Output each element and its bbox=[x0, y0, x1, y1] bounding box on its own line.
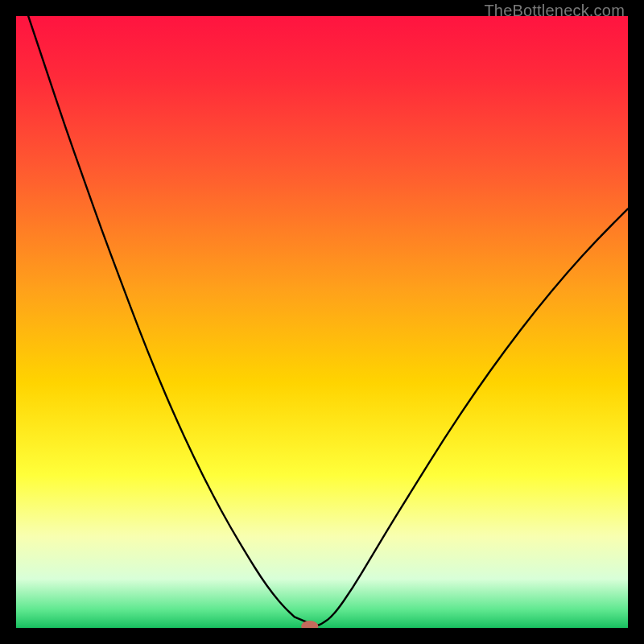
watermark-text: TheBottleneck.com bbox=[484, 2, 625, 20]
bottleneck-chart bbox=[16, 16, 628, 628]
chart-background-gradient bbox=[16, 16, 628, 628]
chart-frame bbox=[16, 16, 628, 628]
